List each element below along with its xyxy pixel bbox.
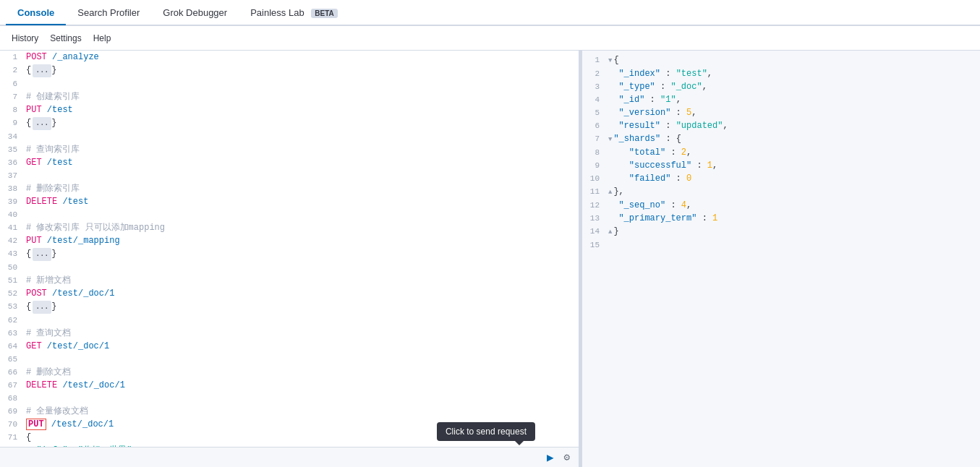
result-line-number: 10 (582, 172, 605, 185)
put-method: PUT (26, 419, 46, 430)
send-request-tooltip: Click to send request (437, 422, 535, 441)
editor-line: 62 (0, 314, 579, 327)
line-content (23, 208, 579, 221)
line-number: 64 (0, 340, 23, 353)
line-content: # 新增文档 (23, 274, 579, 287)
line-content: POST /_analyze (23, 51, 579, 64)
line-content: # 全量修改文档 (23, 405, 579, 418)
line-content: PUT /test/_mapping (23, 234, 579, 247)
result-line-content: "_index" : "test", (605, 67, 980, 80)
result-line: 4 "_id" : "1", (582, 93, 980, 106)
result-line: 1▼{ (582, 53, 980, 67)
line-content (23, 353, 579, 366)
line-number: 68 (0, 392, 23, 405)
line-number: 7 (0, 90, 23, 103)
result-line-number: 5 (582, 106, 605, 119)
main-content: 1POST /_analyze2{...}6 7# 创建索引库8PUT /tes… (0, 51, 980, 467)
tab-search-profiler[interactable]: Search Profiler (66, 1, 151, 25)
editor-line: 35# 查询索引库 (0, 143, 579, 156)
wrench-button[interactable]: ⚙ (561, 450, 573, 465)
code-editor[interactable]: 1POST /_analyze2{...}6 7# 创建索引库8PUT /tes… (0, 51, 579, 467)
line-content: # 删除索引库 (23, 182, 579, 195)
editor-pane: 1POST /_analyze2{...}6 7# 创建索引库8PUT /tes… (0, 51, 579, 467)
line-number: 69 (0, 405, 23, 418)
result-line: 11▲}, (582, 185, 980, 199)
line-number: 53 (0, 300, 23, 313)
line-content: {...} (23, 64, 579, 77)
tab-grok-debugger[interactable]: Grok Debugger (151, 1, 239, 25)
line-content: {...} (23, 116, 579, 130)
line-content: # 查询文档 (23, 327, 579, 340)
result-pane: 1▼{2 "_index" : "test",3 "_type" : "_doc… (582, 51, 980, 467)
editor-line: 65 (0, 353, 579, 366)
result-line: 6 "result" : "updated", (582, 119, 980, 132)
result-line: 10 "failed" : 0 (582, 172, 980, 185)
result-line-number: 9 (582, 159, 605, 172)
result-line-content: "_version" : 5, (605, 106, 980, 119)
beta-badge: BETA (311, 9, 337, 18)
sub-nav: History Settings Help (0, 26, 980, 51)
result-line-content: "failed" : 0 (605, 172, 980, 185)
result-line: 15 (582, 239, 980, 252)
line-content: # 删除文档 (23, 366, 579, 379)
result-line: 3 "_type" : "_doc", (582, 80, 980, 93)
editor-line: 36GET /test (0, 156, 579, 169)
settings-button[interactable]: Settings (47, 32, 84, 45)
editor-line: 2{...} (0, 64, 579, 77)
editor-line: 50 (0, 261, 579, 274)
tab-console[interactable]: Console (6, 1, 66, 25)
send-request-button[interactable]: ▶ (544, 449, 557, 466)
result-line-number: 13 (582, 212, 605, 225)
line-content: GET /test (23, 156, 579, 169)
result-line: 8 "total" : 2, (582, 146, 980, 159)
line-content: # 创建索引库 (23, 90, 579, 103)
result-code-area: 1▼{2 "_index" : "test",3 "_type" : "_doc… (582, 51, 980, 467)
line-content (23, 392, 579, 405)
line-number: 39 (0, 195, 23, 208)
result-line: 9 "successful" : 1, (582, 159, 980, 172)
result-line: 12 "_seq_no" : 4, (582, 199, 980, 212)
line-content: {...} (23, 247, 579, 261)
history-button[interactable]: History (9, 32, 41, 45)
result-line-number: 6 (582, 119, 605, 132)
line-number: 50 (0, 261, 23, 274)
result-line: 14▲} (582, 225, 980, 239)
result-line-content: "_id" : "1", (605, 93, 980, 106)
result-line-content: "_seq_no" : 4, (605, 199, 980, 212)
line-number: 42 (0, 234, 23, 247)
result-line-content: "successful" : 1, (605, 159, 980, 172)
result-line-content: "_primary_term" : 1 (605, 212, 980, 225)
editor-line: 1POST /_analyze (0, 51, 579, 64)
editor-line: 37 (0, 169, 579, 182)
line-content (23, 77, 579, 90)
result-line-content: ▲}, (605, 185, 980, 199)
line-number: 34 (0, 130, 23, 143)
line-number: 2 (0, 64, 23, 77)
editor-line: 34 (0, 130, 579, 143)
line-number: 8 (0, 103, 23, 116)
line-number: 71 (0, 431, 23, 444)
line-number: 62 (0, 314, 23, 327)
tab-painless-lab[interactable]: Painless Lab BETA (239, 1, 349, 25)
result-line: 7▼"_shards" : { (582, 132, 980, 146)
result-line: 13 "_primary_term" : 1 (582, 212, 980, 225)
line-content (23, 169, 579, 182)
line-number: 9 (0, 116, 23, 129)
result-line-content: ▲} (605, 225, 980, 239)
line-number: 37 (0, 169, 23, 182)
result-line-number: 12 (582, 199, 605, 212)
editor-line: 39DELETE /test (0, 195, 579, 208)
line-number: 52 (0, 287, 23, 300)
editor-line: 52POST /test/_doc/1 (0, 287, 579, 300)
result-line-number: 14 (582, 225, 605, 239)
line-number: 35 (0, 143, 23, 156)
editor-line: 40 (0, 208, 579, 221)
line-content: PUT /test (23, 103, 579, 116)
editor-line: 68 (0, 392, 579, 405)
result-line-number: 1 (582, 53, 605, 67)
line-number: 38 (0, 182, 23, 195)
help-button[interactable]: Help (90, 32, 114, 45)
editor-line: 6 (0, 77, 579, 90)
line-content: POST /test/_doc/1 (23, 287, 579, 300)
editor-line: 69# 全量修改文档 (0, 405, 579, 418)
